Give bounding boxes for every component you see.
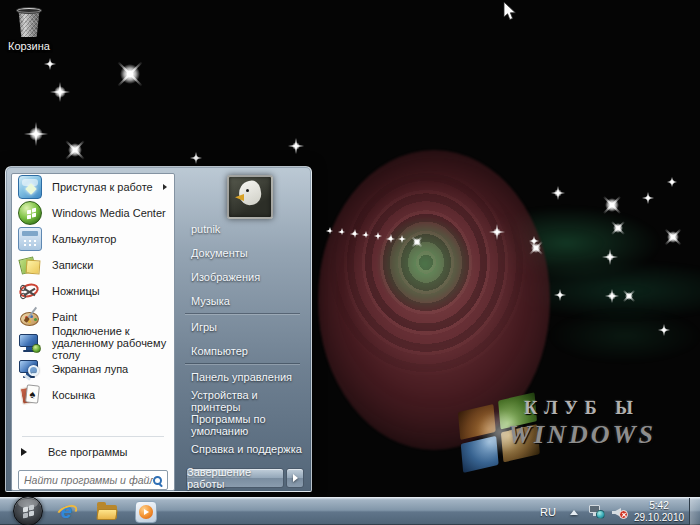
trash-can-icon bbox=[16, 6, 42, 38]
solitaire-item[interactable]: Косынка bbox=[12, 382, 174, 408]
wallpaper-title-line2: WINDOWS bbox=[466, 420, 698, 450]
sparkle-star bbox=[374, 232, 382, 240]
menu-separator bbox=[22, 436, 164, 437]
computer-link[interactable]: Компьютер bbox=[177, 339, 308, 363]
mouse-cursor bbox=[503, 2, 517, 22]
sparkle-star bbox=[657, 221, 688, 252]
shutdown-arrow-icon bbox=[293, 474, 298, 482]
screen-magnifier-icon bbox=[18, 357, 42, 381]
solitaire-icon bbox=[18, 383, 42, 407]
sparkle-star bbox=[667, 177, 677, 187]
paint-icon bbox=[18, 305, 42, 329]
sparkle-star bbox=[529, 236, 539, 246]
games-link[interactable]: Игры bbox=[177, 315, 308, 339]
sparkle-star bbox=[407, 232, 427, 252]
getting-started-icon bbox=[18, 175, 42, 199]
control-panel-link[interactable]: Панель управления bbox=[177, 365, 308, 389]
play-icon bbox=[144, 509, 149, 515]
tray-time: 5:42 bbox=[633, 500, 685, 512]
recycle-bin-icon[interactable]: Корзина bbox=[3, 6, 55, 52]
sparkle-star bbox=[554, 289, 566, 301]
remote-desktop-item[interactable]: Подключение к удаленному рабочему столу bbox=[12, 330, 174, 356]
wallpaper-rose-petals bbox=[330, 170, 530, 380]
music-link[interactable]: Музыка bbox=[177, 289, 308, 313]
sparkle-star bbox=[362, 231, 369, 238]
sparkle-star bbox=[658, 324, 670, 336]
sparkle-star bbox=[618, 285, 641, 308]
language-indicator[interactable]: RU bbox=[533, 506, 563, 518]
sparkle-star bbox=[288, 138, 304, 154]
sparkle-star bbox=[24, 122, 48, 146]
devices-printers-link[interactable]: Устройства и принтеры bbox=[177, 389, 308, 413]
sparkle-star bbox=[602, 249, 618, 265]
start-button[interactable] bbox=[13, 496, 43, 525]
desktop: КЛУБ Ы WINDOWS Корзина Приступая к работ… bbox=[0, 0, 700, 525]
all-programs-arrow-icon bbox=[21, 448, 27, 456]
sparkle-star bbox=[398, 235, 406, 243]
sparkle-star bbox=[350, 229, 359, 238]
sparkle-star bbox=[326, 227, 333, 234]
shutdown-button[interactable]: Завершение работы bbox=[186, 468, 284, 488]
wallpaper-windows-flag-logo bbox=[453, 392, 547, 475]
sticky-notes-icon bbox=[18, 253, 42, 277]
screen-magnifier-item[interactable]: Экранная лупа bbox=[12, 356, 174, 382]
sparkle-star bbox=[605, 215, 630, 240]
calculator-icon bbox=[18, 227, 42, 251]
wallpaper-green-glow bbox=[470, 175, 700, 345]
wallpaper-title: КЛУБ Ы WINDOWS bbox=[466, 398, 698, 450]
start-menu-places: putnik Документы Изображения Музыка Игры… bbox=[177, 217, 308, 461]
documents-link[interactable]: Документы bbox=[177, 241, 308, 265]
windows-flag-icon bbox=[23, 507, 28, 513]
sparkle-star bbox=[106, 50, 154, 98]
search-box bbox=[18, 470, 168, 490]
start-menu-programs-panel: Приступая к работе Windows Media Center … bbox=[11, 173, 175, 491]
media-center-item[interactable]: Windows Media Center bbox=[12, 200, 174, 226]
wallpaper-green-glow bbox=[540, 300, 700, 390]
user-name-link[interactable]: putnik bbox=[177, 217, 308, 241]
eagle-picture bbox=[237, 179, 263, 206]
sparkle-star bbox=[50, 82, 70, 102]
media-player-taskbar-button[interactable] bbox=[134, 500, 158, 524]
show-hidden-icons-icon[interactable] bbox=[570, 510, 578, 515]
sparkle-star bbox=[551, 186, 565, 200]
search-input[interactable] bbox=[24, 474, 153, 486]
pictures-link[interactable]: Изображения bbox=[177, 265, 308, 289]
help-support-link[interactable]: Справка и поддержка bbox=[177, 437, 308, 461]
user-avatar[interactable] bbox=[227, 175, 273, 219]
windows-explorer-taskbar-button[interactable] bbox=[95, 500, 119, 524]
sparkle-star bbox=[338, 228, 345, 235]
getting-started-item[interactable]: Приступая к работе bbox=[12, 174, 174, 200]
sparkle-star bbox=[57, 132, 94, 169]
internet-explorer-taskbar-button[interactable]: e bbox=[56, 500, 80, 524]
remote-desktop-icon bbox=[18, 331, 42, 355]
sticky-notes-item[interactable]: Записки bbox=[12, 252, 174, 278]
sparkle-star bbox=[523, 235, 548, 260]
clock[interactable]: 5:42 29.10.2010 bbox=[633, 500, 685, 524]
snipping-tool-item[interactable]: Ножницы bbox=[12, 278, 174, 304]
search-icon bbox=[153, 476, 162, 485]
show-desktop-button[interactable] bbox=[689, 498, 700, 525]
sparkle-star bbox=[386, 234, 395, 243]
wallpaper-title-line1: КЛУБ Ы bbox=[466, 398, 698, 419]
taskbar: e RU 5:42 29.10.2010 bbox=[0, 497, 700, 525]
tray-date: 29.10.2010 bbox=[633, 512, 685, 524]
sparkle-star bbox=[605, 289, 619, 303]
media-center-icon bbox=[18, 201, 42, 225]
sparkle-star bbox=[190, 152, 202, 164]
shutdown-options-button[interactable] bbox=[286, 468, 304, 488]
sparkle-star bbox=[489, 224, 505, 240]
network-icon[interactable] bbox=[588, 504, 605, 520]
snipping-tool-icon bbox=[18, 279, 42, 303]
system-tray: RU 5:42 29.10.2010 bbox=[533, 498, 700, 525]
recycle-bin-label: Корзина bbox=[3, 40, 55, 52]
calculator-item[interactable]: Калькулятор bbox=[12, 226, 174, 252]
start-menu: Приступая к работе Windows Media Center … bbox=[5, 166, 312, 492]
default-programs-link[interactable]: Программы по умолчанию bbox=[177, 413, 308, 437]
sparkle-star bbox=[642, 192, 654, 204]
shutdown-controls: Завершение работы bbox=[186, 468, 304, 488]
submenu-arrow-icon bbox=[163, 184, 167, 190]
wallpaper-rose bbox=[318, 150, 550, 450]
sparkle-star bbox=[595, 188, 629, 222]
volume-muted-icon[interactable] bbox=[611, 504, 628, 520]
all-programs-button[interactable]: Все программы bbox=[12, 440, 172, 464]
